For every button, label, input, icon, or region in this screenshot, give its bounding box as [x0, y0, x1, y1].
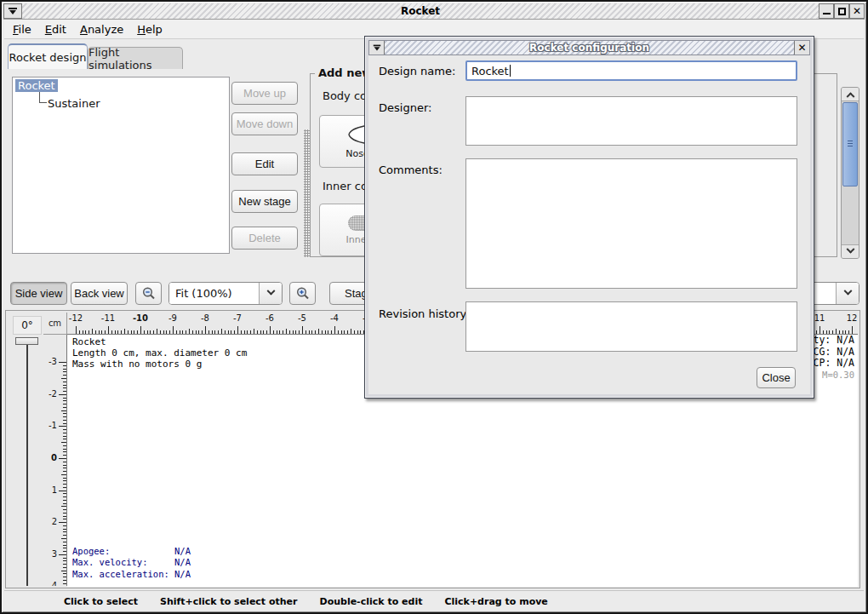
close-icon: ✕	[853, 6, 861, 16]
chevron-down-icon	[843, 287, 852, 296]
ruler-tick	[128, 330, 128, 334]
ruler-tick	[79, 330, 80, 334]
ruler-tick	[63, 478, 66, 479]
rocket-configuration-dialog: Rocket configuration ✕ Design name: Rock…	[364, 36, 814, 399]
design-tree: Rocket Sustainer	[12, 77, 230, 254]
menu-item-help[interactable]: Help	[137, 23, 163, 36]
ruler-label: 0	[51, 453, 57, 462]
menu-item-analyze[interactable]: Analyze	[80, 23, 123, 36]
ruler-tick	[186, 330, 186, 334]
window-title: Rocket	[22, 3, 819, 19]
menu-item-edit[interactable]: Edit	[45, 23, 66, 36]
tab-rocket-design[interactable]: Rocket design	[8, 43, 88, 69]
ruler-tick	[63, 493, 66, 494]
ruler-tick	[334, 326, 335, 334]
ruler-tick	[351, 329, 351, 334]
maximize-button[interactable]	[834, 3, 849, 19]
edit-button[interactable]: Edit	[231, 152, 298, 175]
configuration-dropdown[interactable]	[836, 283, 859, 304]
ruler-tick	[59, 426, 66, 427]
ruler-tick	[59, 362, 66, 363]
window-menu-icon	[9, 8, 17, 14]
ruler-tick	[214, 330, 215, 334]
ruler-tick	[61, 571, 66, 571]
designer-textarea[interactable]	[465, 96, 797, 146]
move-up-button: Move up	[231, 82, 298, 105]
ruler-tick	[208, 330, 209, 334]
ruler-tick	[289, 330, 290, 334]
ruler-tick	[61, 410, 66, 411]
rotation-slider-handle[interactable]	[15, 337, 38, 345]
ruler-tick	[325, 330, 326, 334]
dialog-titlebar: Rocket configuration ✕	[368, 40, 810, 55]
dialog-menu-button[interactable]	[369, 41, 385, 55]
splitter-handle[interactable]	[304, 129, 310, 257]
ruler-tick	[92, 329, 93, 334]
ruler-tick	[115, 330, 116, 334]
ruler-tick	[63, 525, 66, 526]
ruler-tick	[63, 564, 66, 565]
ruler-tick	[306, 330, 306, 334]
revision-history-textarea[interactable]	[465, 301, 797, 352]
ruler-tick	[150, 330, 151, 334]
ruler-tick	[63, 465, 66, 466]
move-down-button: Move down	[231, 112, 298, 135]
ruler-tick	[63, 382, 66, 382]
ruler-tick	[338, 330, 339, 334]
ruler-tick	[124, 329, 125, 334]
scrollbar-up-button[interactable]	[842, 88, 859, 101]
ruler-tick	[173, 326, 174, 334]
ruler-tick	[347, 330, 348, 334]
ruler-tick	[61, 378, 66, 379]
ruler-tick	[169, 330, 170, 334]
ruler-tick	[221, 329, 222, 334]
ruler-tick	[140, 326, 141, 334]
comments-textarea[interactable]	[465, 158, 797, 289]
ruler-tick	[117, 330, 118, 334]
window-menu-button[interactable]	[3, 3, 22, 19]
ruler-label: -10	[133, 313, 148, 323]
ruler-tick	[99, 330, 100, 334]
ruler-label: -2	[49, 389, 57, 399]
scrollbar-thumb[interactable]	[842, 102, 858, 186]
ruler-tick	[189, 329, 190, 334]
ruler-tick	[59, 491, 66, 491]
ruler-tick	[225, 330, 226, 334]
ruler-label: -9	[168, 313, 177, 323]
ruler-tick	[134, 330, 134, 334]
ruler-tick	[63, 480, 66, 481]
minimize-button[interactable]	[819, 3, 834, 19]
ruler-tick	[59, 554, 66, 555]
ruler-label: 12	[847, 313, 858, 323]
zoom-level-dropdown[interactable]	[259, 283, 282, 304]
tab-flight-simulations[interactable]: Flight simulations	[88, 47, 183, 69]
new-stage-button[interactable]: New stage	[231, 190, 298, 213]
side-view-button[interactable]: Side view	[10, 282, 67, 305]
components-scrollbar[interactable]	[841, 87, 859, 259]
dialog-close-icon-button[interactable]: ✕	[794, 41, 809, 55]
hint-click-drag: Click+drag to move	[444, 596, 547, 607]
dialog-close-button[interactable]: Close	[757, 367, 796, 388]
ruler-tick	[61, 506, 66, 507]
ruler-label: -5	[298, 313, 306, 323]
scrollbar-down-button[interactable]	[842, 244, 859, 258]
ruler-tick	[83, 330, 83, 334]
ruler-label: 3	[52, 549, 57, 559]
tree-item-rocket[interactable]: Rocket	[15, 79, 58, 92]
design-name-input[interactable]: Rocket	[465, 60, 797, 81]
zoom-in-button[interactable]	[289, 282, 316, 305]
rotation-value[interactable]: 0°	[13, 316, 42, 335]
menu-item-file[interactable]: File	[13, 23, 31, 36]
zoom-level-select[interactable]: Fit (100%)	[168, 282, 283, 305]
back-view-button[interactable]: Back view	[71, 282, 128, 305]
ruler-tick	[63, 387, 66, 388]
ruler-tick	[260, 330, 261, 334]
tree-item-sustainer[interactable]: Sustainer	[48, 97, 100, 110]
rotation-slider[interactable]	[26, 344, 28, 586]
ruler-label: -7	[233, 313, 242, 323]
ruler-tick	[852, 326, 853, 334]
zoom-out-button[interactable]	[135, 282, 162, 305]
ruler-tick	[105, 330, 106, 334]
close-button[interactable]: ✕	[849, 3, 865, 19]
ruler-label: -12	[69, 313, 83, 323]
